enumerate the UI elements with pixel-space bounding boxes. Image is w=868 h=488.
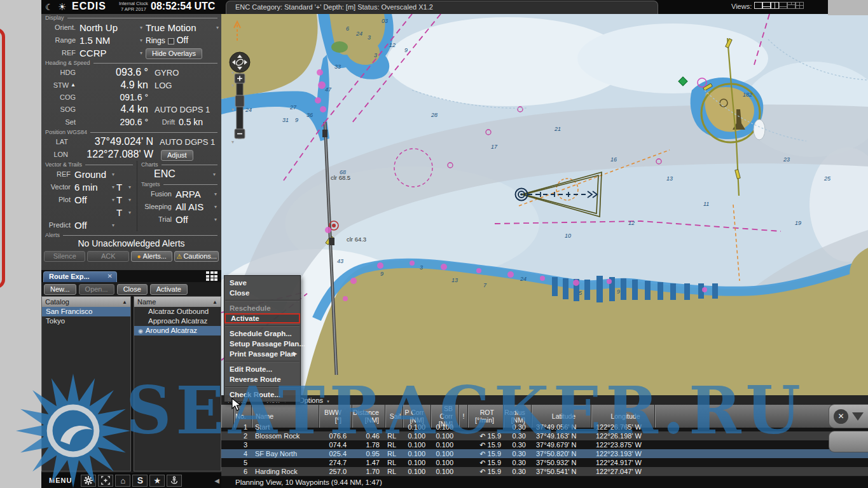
settings-gear-icon[interactable]: [81, 475, 96, 487]
depth-number: 3: [420, 264, 423, 271]
menu-item-reverse-route[interactable]: Reverse Route: [224, 374, 300, 384]
night-mode-icon[interactable]: ☾: [45, 1, 53, 13]
menu-item-schedule-graph[interactable]: Schedule Graph...: [224, 329, 300, 339]
route-item-approach-alcatraz[interactable]: Approach Alcatraz: [134, 316, 221, 326]
route-item-around-alcatraz[interactable]: ◉Around Alcatraz: [134, 326, 221, 336]
chevron-down-icon[interactable]: ▾: [138, 25, 146, 30]
rings-checkbox[interactable]: [168, 38, 174, 44]
new-route-button[interactable]: New...: [44, 284, 76, 295]
chevron-down-icon[interactable]: ▾: [214, 25, 222, 30]
name-header[interactable]: Name▲: [134, 297, 221, 307]
collapse-arrow-icon[interactable]: ◀: [214, 477, 219, 484]
vector-dropdown[interactable]: 6 min: [74, 182, 110, 193]
adjust-button[interactable]: Adjust: [161, 150, 193, 161]
vt-ref-dropdown[interactable]: Ground: [74, 169, 110, 180]
chevron-down-icon[interactable]: ▾: [138, 37, 146, 43]
chevron-down-icon[interactable]: ▾: [127, 210, 133, 215]
chevron-down-icon[interactable]: ▾: [230, 139, 238, 145]
menu-item-check-route[interactable]: Check Route...: [224, 390, 300, 400]
view-layout-icon-bottom[interactable]: [779, 2, 787, 9]
day-mode-icon[interactable]: ☀: [58, 1, 66, 13]
view-layout-icon-vsplit[interactable]: [771, 2, 779, 9]
stw-source-dropdown[interactable]: LOG: [148, 81, 230, 90]
activate-route-button[interactable]: Activate: [150, 284, 188, 295]
open-route-button[interactable]: Open...: [79, 284, 114, 295]
chevron-down-icon[interactable]: ▾: [212, 204, 220, 210]
chevron-down-icon[interactable]: ▾: [212, 217, 220, 222]
catalog-item-tokyo[interactable]: Tokyo: [42, 316, 130, 326]
catalog-item-san-francisco[interactable]: San Francisco: [42, 307, 130, 316]
chevron-down-icon[interactable]: ▾: [138, 50, 146, 56]
chevron-down-icon[interactable]: ▾: [127, 184, 133, 190]
chevron-down-icon[interactable]: ▾: [230, 107, 238, 112]
trail3-dropdown[interactable]: T: [116, 207, 127, 218]
chevron-down-icon[interactable]: ▾: [230, 70, 238, 76]
chevron-down-icon[interactable]: ▾: [110, 222, 116, 228]
range-dropdown[interactable]: 1.5 NM: [79, 35, 138, 46]
view-layout-icon-quad[interactable]: [796, 2, 804, 9]
alerts-button[interactable]: ●Alerts...: [131, 251, 172, 262]
chevron-down-icon[interactable]: ▾: [110, 172, 116, 177]
center-ship-icon[interactable]: [98, 475, 113, 487]
chevron-down-icon[interactable]: ▾: [212, 191, 220, 197]
dock-handle[interactable]: [829, 431, 868, 452]
menu-item-close[interactable]: Close: [224, 288, 300, 298]
hide-overlays-button[interactable]: Hide Overlays: [146, 48, 202, 59]
predict-dropdown[interactable]: Off: [74, 220, 110, 231]
cautions-button[interactable]: ⚠Cautions...: [174, 251, 219, 262]
options-menu[interactable]: Options ▾: [299, 396, 329, 404]
menu-item-setup-passage-plan[interactable]: Setup Passage Plan...: [224, 339, 300, 349]
rings-toggle[interactable]: RingsOff: [146, 35, 214, 45]
favorites-star-icon[interactable]: ★: [149, 475, 165, 487]
chevron-down-icon[interactable]: ▾: [110, 197, 116, 203]
view-layout-icon-topsplit[interactable]: [787, 2, 796, 9]
chevron-down-icon[interactable]: ▾: [230, 83, 238, 88]
catalog-header[interactable]: Catalog▲: [42, 297, 130, 307]
chart-area[interactable]: 6243031293334724273693128172116131112109…: [221, 14, 868, 395]
waypoint-row-2[interactable]: 2Blossom Rock076.60.46RL0.1000.100↶ 15.9…: [221, 431, 868, 440]
menu-button[interactable]: MENU: [49, 477, 72, 484]
close-icon[interactable]: ✕: [107, 273, 113, 282]
home-icon[interactable]: ⌂: [115, 475, 130, 487]
motion-dropdown[interactable]: True Motion: [146, 22, 214, 33]
waypoint-row-3[interactable]: 3074.41.78RL0.1000.100↶ 15.90.3037°49.67…: [221, 440, 868, 449]
chevron-down-icon[interactable]: ▾: [110, 184, 116, 190]
chevron-down-icon[interactable]: ▾: [211, 172, 219, 177]
waypoint-row-5[interactable]: 5274.71.47RL0.1000.100↶ 15.90.3037°50.93…: [221, 458, 868, 467]
position-source-dropdown[interactable]: AUTO DGPS 1: [153, 137, 230, 147]
fusion-dropdown[interactable]: ARPA: [176, 189, 212, 200]
chart-status-tab[interactable]: ENC Category: Standard '+' Depth: [m] St…: [226, 1, 658, 14]
dock-dropdown-icon[interactable]: [852, 412, 864, 421]
trail2-dropdown[interactable]: T: [116, 194, 127, 205]
panel-grid-icon[interactable]: [206, 271, 217, 281]
sleeping-dropdown[interactable]: All AIS: [176, 201, 212, 212]
route-item-alcatraz-outbound[interactable]: Alcatraz Outbound: [134, 307, 221, 316]
dock-close-icon[interactable]: ✕: [834, 409, 848, 424]
waypoint-row-4[interactable]: 4SF Bay North025.40.95RL0.1000.100↶ 15.9…: [221, 449, 868, 458]
menu-item-reschedule[interactable]: Reschedule: [224, 303, 300, 313]
caution-bell-icon: ⚠: [176, 253, 183, 260]
waypoint-row-6[interactable]: 6Harding Rock257.01.70RL0.1000.100↶ 15.9…: [221, 467, 868, 476]
menu-item-save[interactable]: Save: [224, 278, 300, 288]
plot-dropdown[interactable]: Off: [74, 194, 110, 205]
sog-source-dropdown[interactable]: AUTO DGPS 1: [148, 105, 230, 114]
ref-dropdown[interactable]: CCRP: [79, 48, 138, 58]
menu-item-edit-route[interactable]: Edit Route...: [224, 364, 300, 374]
trail1-dropdown[interactable]: T: [116, 182, 127, 193]
waypoint-row-1[interactable]: 1Start0.1000.1000.3037°49.056' N122°26.7…: [221, 423, 868, 431]
hdg-source-dropdown[interactable]: GYRO: [148, 68, 230, 78]
silence-button[interactable]: Silence: [44, 251, 85, 262]
trial-dropdown[interactable]: Off: [176, 214, 212, 225]
menu-item-print-passage-plan[interactable]: Print Passage Plan▶: [224, 349, 300, 359]
ack-button[interactable]: ACK: [87, 251, 128, 262]
ship-anchor-icon[interactable]: [167, 475, 182, 487]
standard-display-icon[interactable]: S: [132, 475, 148, 487]
chevron-down-icon[interactable]: ▾: [127, 197, 133, 203]
route-explorer-tab[interactable]: Route Exp...✕: [43, 271, 117, 282]
close-route-button[interactable]: Close: [117, 284, 148, 295]
menu-item-activate[interactable]: Activate: [224, 313, 300, 323]
view-layout-icon-bottom[interactable]: [762, 2, 771, 9]
view-layout-icon-single[interactable]: [754, 2, 762, 9]
orient-dropdown[interactable]: North Up: [79, 22, 138, 33]
chart-type-dropdown[interactable]: ENC: [154, 168, 211, 180]
